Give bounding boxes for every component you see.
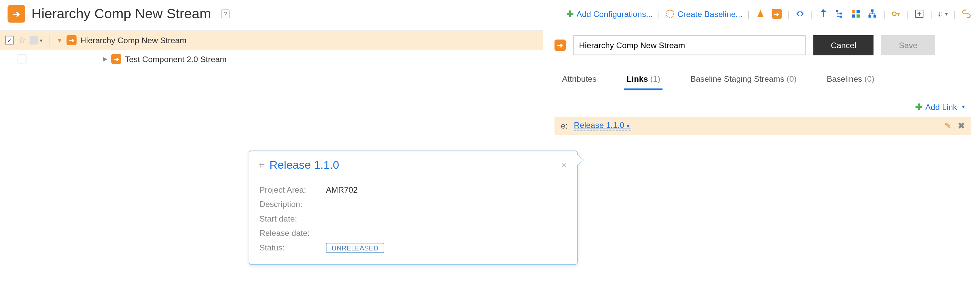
page-header: ➔ Hierarchy Comp New Stream ? ✚ Add Conf…	[0, 0, 980, 30]
tab-baselines[interactable]: Baselines (0)	[824, 69, 877, 90]
cancel-button[interactable]: Cancel	[813, 35, 873, 55]
tree-panel: ☆ ▼ ➔ Hierarchy Comp New Stream ▶ ➔ Test…	[0, 30, 543, 135]
add-configurations-label: Add Configurations...	[576, 9, 652, 18]
close-icon[interactable]: ✕	[561, 161, 567, 170]
add-box-icon[interactable]	[914, 8, 925, 20]
chevron-down-icon: ▼	[961, 104, 966, 110]
stream-icon: ➔	[8, 5, 25, 22]
svg-rect-7	[857, 10, 860, 13]
separator: |	[954, 9, 956, 18]
help-icon[interactable]: ?	[221, 9, 230, 18]
svg-rect-12	[873, 15, 876, 17]
create-baseline-button[interactable]: Create Baseline...	[665, 9, 742, 19]
stream-icon: ➔	[67, 35, 76, 45]
svg-point-0	[666, 10, 674, 17]
tabs: Attributes Links (1) Baseline Staging St…	[555, 69, 971, 91]
svg-text:Z: Z	[940, 14, 942, 17]
svg-rect-3	[836, 10, 839, 12]
link-row[interactable]: e: Release 1.1.0 ✎ ✖	[555, 117, 971, 135]
svg-rect-11	[869, 15, 871, 17]
toolbar: ✚ Add Configurations... | Create Baselin…	[566, 8, 972, 20]
clipboard-menu-icon[interactable]	[30, 36, 38, 45]
link-row-actions: ✎ ✖	[945, 121, 964, 130]
release-popover: ⌗ Release 1.1.0 ✕ Project Area: AMR702 D…	[249, 151, 578, 265]
separator: |	[883, 9, 885, 18]
separator: |	[747, 9, 749, 18]
header-left: ➔ Hierarchy Comp New Stream ?	[8, 5, 230, 22]
field-release-date: Release date:	[259, 226, 567, 240]
separator: |	[907, 9, 908, 18]
hierarchy-icon[interactable]	[867, 8, 878, 20]
tab-links[interactable]: Links (1)	[624, 69, 663, 90]
svg-rect-5	[840, 16, 842, 17]
separator: |	[811, 9, 813, 18]
svg-point-2	[822, 9, 825, 12]
separator: |	[658, 9, 660, 18]
svg-rect-10	[871, 9, 874, 12]
remove-icon[interactable]: ✖	[958, 121, 965, 130]
svg-rect-8	[852, 14, 855, 17]
row-checkbox[interactable]	[18, 54, 26, 63]
expand-caret-icon[interactable]: ▼	[57, 37, 63, 44]
field-project-area: Project Area: AMR702	[259, 183, 567, 197]
plus-icon: ✚	[915, 102, 923, 111]
svg-rect-6	[852, 10, 855, 13]
svg-marker-1	[757, 10, 763, 17]
release-link[interactable]: Release 1.1.0	[574, 121, 631, 131]
svg-text:A: A	[940, 11, 942, 14]
tree-child-row[interactable]: ▶ ➔ Test Component 2.0 Stream	[0, 50, 543, 68]
create-baseline-label: Create Baseline...	[678, 9, 742, 18]
sort-icon[interactable]: AZ▼	[937, 8, 949, 20]
status-badge: UNRELEASED	[326, 243, 384, 253]
cone-icon[interactable]	[755, 8, 766, 20]
favorite-icon[interactable]: ☆	[18, 35, 26, 46]
save-button[interactable]: Save	[881, 35, 935, 55]
link-row-label-fragment: e:	[561, 121, 568, 130]
plus-icon: ✚	[566, 9, 574, 19]
stream-name-input[interactable]	[573, 35, 806, 55]
stream-icon: ➔	[555, 40, 566, 51]
separator: |	[787, 9, 789, 18]
details-panel: ➔ Cancel Save Attributes Links (1) Basel…	[543, 30, 980, 135]
tree-root-label: Hierarchy Comp New Stream	[80, 35, 186, 45]
links-toolbar: ✚ Add Link ▼	[555, 91, 971, 117]
key-icon[interactable]	[890, 8, 902, 20]
add-configurations-button[interactable]: ✚ Add Configurations...	[566, 9, 653, 19]
stream-icon: ➔	[111, 54, 121, 64]
baseline-icon	[665, 9, 675, 19]
add-link-button[interactable]: ✚ Add Link ▼	[915, 102, 966, 111]
divider	[49, 34, 50, 46]
tree-icon[interactable]	[834, 8, 845, 20]
page-title: Hierarchy Comp New Stream	[31, 6, 211, 22]
popover-header: ⌗ Release 1.1.0 ✕	[259, 159, 567, 176]
tree-root-row[interactable]: ☆ ▼ ➔ Hierarchy Comp New Stream	[0, 30, 543, 50]
edit-icon[interactable]: ✎	[945, 121, 951, 130]
separator: |	[930, 9, 932, 18]
tab-baseline-staging-streams[interactable]: Baseline Staging Streams (0)	[688, 69, 799, 90]
compare-icon[interactable]	[794, 8, 806, 20]
field-start-date: Start date:	[259, 211, 567, 226]
svg-rect-9	[857, 14, 860, 17]
edit-row: ➔ Cancel Save	[555, 35, 971, 55]
stream-action-icon[interactable]: ➔	[771, 8, 782, 20]
field-description: Description:	[259, 197, 567, 211]
popover-title: Release 1.1.0	[269, 159, 339, 172]
svg-rect-4	[840, 13, 842, 14]
package-icon: ⌗	[259, 160, 264, 171]
link-icon[interactable]	[961, 8, 972, 20]
pin-icon[interactable]	[818, 8, 829, 20]
field-status: Status: UNRELEASED	[259, 240, 567, 255]
row-checkbox[interactable]	[5, 36, 14, 45]
expand-caret-icon[interactable]: ▶	[103, 56, 107, 62]
puzzle-icon[interactable]	[851, 8, 862, 20]
svg-point-13	[892, 12, 896, 16]
tab-attributes[interactable]: Attributes	[560, 69, 599, 90]
add-link-label: Add Link	[925, 102, 957, 111]
tree-child-label: Test Component 2.0 Stream	[125, 54, 227, 64]
